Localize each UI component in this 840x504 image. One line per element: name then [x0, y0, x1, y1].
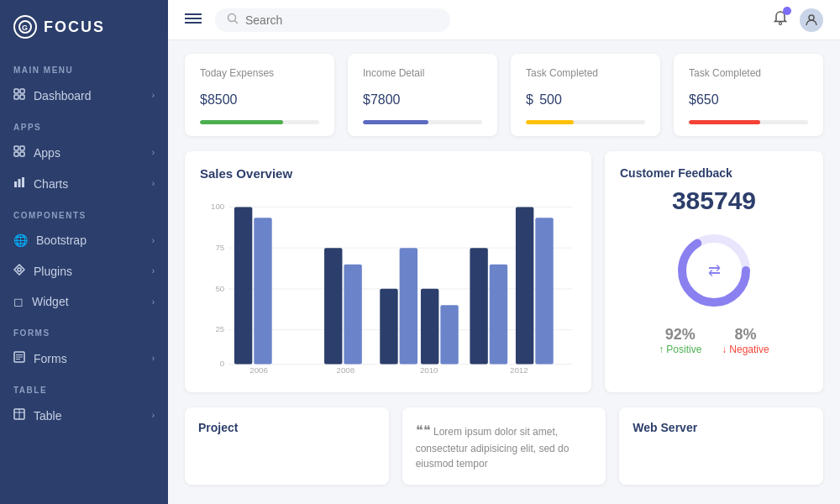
- forms-icon: [13, 351, 25, 365]
- avatar[interactable]: [800, 8, 823, 32]
- svg-rect-7: [20, 146, 24, 150]
- charts-icon: [13, 176, 25, 191]
- cf-stats: 92% ↑ Positive 8% ↓ Negative: [620, 326, 808, 355]
- arrow-up-icon: ↑: [659, 344, 664, 355]
- svg-text:50: 50: [215, 284, 224, 293]
- svg-rect-6: [14, 146, 18, 150]
- stat-bar-1: [363, 120, 482, 124]
- svg-line-25: [235, 20, 239, 24]
- svg-rect-46: [421, 289, 438, 365]
- chevron-bootstrap: ›: [152, 236, 155, 245]
- cf-positive-pct: 92%: [659, 326, 701, 344]
- topbar-right: [773, 8, 823, 32]
- svg-rect-44: [380, 289, 397, 365]
- stat-card-3: Task Completed $650: [674, 54, 823, 136]
- chevron-apps: ›: [152, 148, 155, 157]
- chevron-widget: ›: [152, 297, 155, 307]
- svg-rect-47: [440, 305, 458, 364]
- logo-icon: G: [13, 15, 37, 39]
- sidebar-item-label-apps: Apps: [34, 146, 60, 160]
- stat-label-0: Today Expenses: [200, 67, 319, 79]
- sidebar-item-widget[interactable]: ◻ Widget ›: [0, 286, 168, 317]
- notification-badge: [783, 7, 791, 15]
- svg-rect-4: [14, 95, 18, 99]
- sidebar-item-label-widget: Widget: [32, 295, 69, 308]
- chevron-charts: ›: [152, 179, 155, 188]
- hamburger-icon[interactable]: [185, 11, 202, 29]
- section-label-main-menu: MAIN MENU: [0, 54, 168, 80]
- logo-text: FOCUS: [44, 18, 105, 36]
- section-label-components: COMPONENTS: [0, 199, 168, 225]
- cf-positive: 92% ↑ Positive: [659, 326, 701, 355]
- svg-point-24: [228, 13, 236, 21]
- sidebar-item-bootstrap[interactable]: 🌐 Bootstrap ›: [0, 225, 168, 255]
- svg-text:2010: 2010: [420, 365, 438, 375]
- section-label-apps: APPS: [0, 111, 168, 137]
- stat-cards: Today Expenses $8500 Income Detail $7800…: [185, 54, 823, 136]
- stat-bar-3: [689, 120, 808, 124]
- stat-value-1: $7800: [363, 84, 482, 110]
- sidebar-item-dashboard[interactable]: Dashboard ›: [0, 80, 168, 111]
- main-content: Today Expenses $8500 Income Detail $7800…: [168, 0, 840, 504]
- stat-currency-3: $: [689, 92, 696, 107]
- chevron-dashboard: ›: [152, 91, 155, 100]
- search-input[interactable]: [245, 13, 438, 27]
- sales-overview-card: Sales Overview 100 75 50 25 0: [185, 151, 591, 392]
- bottom-card-quote: ❝❝ Lorem ipsum dolor sit amet, consectet…: [402, 407, 606, 485]
- chevron-plugins: ›: [152, 266, 155, 276]
- sales-chart: 100 75 50 25 0: [200, 192, 576, 377]
- dashboard-icon: [13, 88, 25, 102]
- stat-label-3: Task Completed: [689, 67, 808, 79]
- customer-feedback-number: 385749: [672, 186, 756, 215]
- chart-area: 100 75 50 25 0: [200, 192, 576, 377]
- webserver-card-title: Web Server: [633, 421, 810, 434]
- stat-card-2: Task Completed $ 500: [511, 54, 660, 136]
- svg-rect-41: [324, 248, 342, 364]
- cf-negative-label: ↓ Negative: [722, 344, 769, 355]
- svg-rect-3: [20, 89, 24, 93]
- svg-text:G: G: [22, 24, 28, 32]
- plugins-icon: [13, 264, 25, 278]
- notification-icon[interactable]: [773, 10, 788, 29]
- stat-bar-fill-3: [689, 120, 760, 124]
- bottom-cards: Project ❝❝ Lorem ipsum dolor sit amet, c…: [185, 407, 823, 485]
- logo: G FOCUS: [0, 0, 168, 54]
- chevron-table: ›: [152, 411, 155, 420]
- customer-feedback-card: Customer Feedback 385749 ⇄ 92% ↑ Positiv…: [605, 151, 823, 392]
- section-label-table: TABLE: [0, 374, 168, 400]
- sidebar-item-label-forms: Forms: [34, 352, 67, 365]
- stat-value-0: $8500: [200, 84, 319, 110]
- cf-positive-label: ↑ Positive: [659, 344, 701, 355]
- svg-point-27: [809, 15, 814, 20]
- quote-icon: ❝❝: [416, 423, 431, 438]
- svg-rect-50: [490, 265, 507, 365]
- quote-card-text: ❝❝ Lorem ipsum dolor sit amet, consectet…: [416, 421, 593, 471]
- stat-label-2: Task Completed: [526, 67, 645, 79]
- svg-rect-38: [234, 207, 252, 364]
- svg-text:100: 100: [211, 202, 225, 211]
- widget-icon: ◻: [13, 295, 24, 308]
- shuffle-icon: ⇄: [708, 261, 721, 280]
- svg-rect-39: [254, 218, 271, 364]
- stat-bar-fill-1: [363, 120, 428, 124]
- stat-card-1: Income Detail $7800: [348, 54, 497, 136]
- svg-rect-52: [535, 218, 553, 364]
- svg-point-13: [18, 268, 21, 271]
- stat-bar-fill-2: [526, 120, 574, 124]
- svg-rect-2: [14, 89, 18, 93]
- search-bar[interactable]: [215, 8, 450, 32]
- sidebar-item-forms[interactable]: Forms ›: [0, 343, 168, 374]
- svg-rect-9: [20, 152, 24, 156]
- stat-currency-2: $: [526, 92, 533, 107]
- sidebar-item-label-plugins: Plugins: [34, 265, 72, 278]
- sidebar-item-table[interactable]: Table ›: [0, 400, 168, 431]
- sidebar-item-plugins[interactable]: Plugins ›: [0, 255, 168, 286]
- chevron-forms: ›: [152, 354, 155, 363]
- bootstrap-icon: 🌐: [13, 234, 28, 247]
- stat-label-1: Income Detail: [363, 67, 482, 79]
- sidebar-item-label-charts: Charts: [34, 177, 68, 191]
- svg-rect-51: [516, 207, 533, 364]
- sidebar-item-charts[interactable]: Charts ›: [0, 168, 168, 199]
- arrow-down-icon: ↓: [722, 344, 727, 355]
- sidebar-item-apps[interactable]: Apps ›: [0, 137, 168, 168]
